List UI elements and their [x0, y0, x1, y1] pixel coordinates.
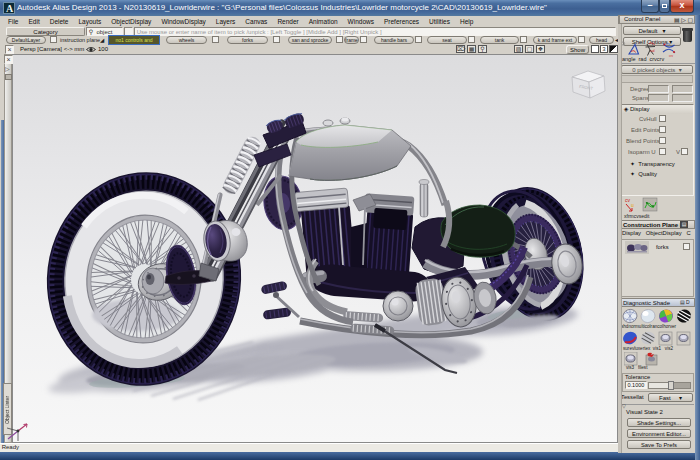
svg-text:u: u: [631, 202, 634, 208]
svg-text:crv: crv: [666, 42, 670, 46]
svg-text:rad: rad: [650, 49, 655, 53]
svg-text:cv: cv: [625, 197, 631, 203]
